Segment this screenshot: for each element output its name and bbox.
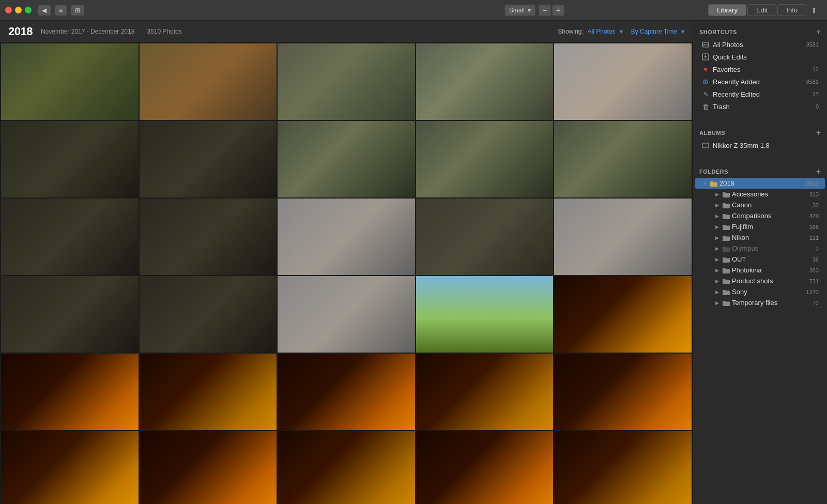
subfolder-fujifilm[interactable]: ▶ Fujifilm 166 (695, 221, 825, 232)
content-header-right: Showing: All Photos ▾ By Capture Time ▾ (558, 28, 684, 35)
folders-title: Folders (699, 169, 728, 175)
photo-cell-8[interactable] (278, 121, 415, 197)
photo-cell-9[interactable] (416, 121, 554, 197)
minimize-button[interactable] (15, 7, 22, 13)
photo-cell-20[interactable] (554, 276, 692, 353)
photo-cell-7[interactable] (140, 121, 277, 197)
increase-size-button[interactable]: + (552, 5, 564, 16)
photo-cell-19[interactable] (416, 276, 554, 353)
add-album-button[interactable]: + (816, 129, 821, 137)
tab-library[interactable]: Library (708, 4, 746, 16)
photo-cell-29[interactable] (416, 431, 554, 504)
folder-icon-nikon (722, 234, 730, 241)
back-icon: ◀ (42, 7, 47, 14)
add-shortcut-button[interactable]: + (816, 28, 821, 36)
subfolder-olympus[interactable]: ▶ Olympus 0 (695, 243, 825, 254)
trash-icon: 🗑 (701, 102, 710, 111)
photo-cell-12[interactable] (140, 198, 277, 275)
sony-count: 1270 (806, 289, 819, 295)
temporary-files-label: Temporary files (732, 299, 810, 307)
comparisons-count: 470 (809, 213, 819, 219)
chevron-right-olympus: ▶ (714, 246, 720, 252)
photo-cell-25[interactable] (554, 354, 692, 430)
sidebar-item-favorites[interactable]: ♥ Favorites 12 (695, 63, 825, 75)
page-title: 2018 (8, 25, 33, 38)
chevron-down-icon-sort: ▾ (681, 28, 684, 35)
all-photos-filter[interactable]: All Photos (588, 28, 616, 35)
folder-icon-comparisons (722, 212, 730, 220)
photo-cell-30[interactable] (554, 431, 692, 504)
photo-cell-24[interactable] (416, 354, 554, 430)
photo-cell-1[interactable] (1, 43, 139, 120)
list-view-button[interactable]: ≡ (55, 5, 67, 16)
folder-icon-2018 (710, 179, 717, 187)
subfolder-photokina[interactable]: ▶ Photokina 383 (695, 265, 825, 276)
folder-icon-olympus (722, 245, 730, 252)
chevron-right-sony: ▶ (714, 289, 720, 295)
photo-grid-container (0, 42, 693, 504)
tab-info[interactable]: Info (777, 4, 806, 16)
accessories-label: Accessories (732, 190, 807, 198)
subfolder-nikon[interactable]: ▶ Nikon 111 (695, 232, 825, 243)
sidebar-item-all-photos[interactable]: All Photos 3581 (695, 38, 825, 51)
folders-header: Folders + (693, 164, 827, 178)
shortcuts-title: Shortcuts (699, 29, 737, 35)
add-folder-button[interactable]: + (816, 167, 821, 176)
back-button[interactable]: ◀ (38, 5, 51, 16)
sidebar-item-trash[interactable]: 🗑 Trash 0 (695, 100, 825, 113)
sony-label: Sony (732, 288, 804, 296)
list-icon: ≡ (59, 7, 63, 14)
chevron-right-comparisons: ▶ (714, 213, 720, 219)
photo-cell-16[interactable] (1, 276, 139, 353)
share-icon[interactable]: ⬆ (811, 6, 817, 14)
svg-rect-4 (702, 143, 709, 143)
folder-2018[interactable]: ▼ 2018 3510 (695, 178, 825, 189)
photo-cell-17[interactable] (140, 276, 277, 353)
folder-icon-out (722, 255, 730, 263)
decrease-size-button[interactable]: − (539, 5, 551, 16)
chevron-down-icon: ▾ (528, 7, 531, 14)
photo-cell-6[interactable] (1, 121, 139, 197)
photo-cell-10[interactable] (554, 121, 692, 197)
grid-view-button[interactable]: ⊞ (71, 5, 84, 16)
subfolder-out[interactable]: ▶ OUT 36 (695, 254, 825, 265)
photo-cell-11[interactable] (1, 198, 139, 275)
photo-cell-13[interactable] (278, 198, 415, 275)
size-selector[interactable]: Small ▾ (504, 5, 535, 16)
photo-cell-3[interactable] (278, 43, 415, 120)
sidebar-item-recently-added[interactable]: ⊕ Recently Added 3581 (695, 75, 825, 88)
olympus-count: 0 (816, 246, 819, 252)
subfolder-sony[interactable]: ▶ Sony 1270 (695, 286, 825, 297)
photo-cell-22[interactable] (140, 354, 277, 430)
photo-cell-23[interactable] (278, 354, 415, 430)
photo-cell-14[interactable] (416, 198, 554, 275)
content-header: 2018 November 2017 - December 2018 3510 … (0, 21, 693, 42)
sidebar-item-nikkor[interactable]: Nikkor Z 35mm 1.8 (695, 139, 825, 151)
shortcuts-section: Shortcuts + All Photos 3581 (693, 21, 827, 115)
close-button[interactable] (5, 7, 12, 13)
chevron-right-fujifilm: ▶ (714, 224, 720, 230)
photo-cell-18[interactable] (278, 276, 415, 353)
sidebar-item-recently-edited[interactable]: ✎ Recently Edited 17 (695, 88, 825, 100)
sidebar-item-quick-edits[interactable]: Quick Edits (695, 51, 825, 63)
photo-cell-28[interactable] (278, 431, 415, 504)
photo-cell-5[interactable] (554, 43, 692, 120)
photo-cell-2[interactable] (140, 43, 277, 120)
photo-cell-4[interactable] (416, 43, 554, 120)
tab-edit[interactable]: Edit (747, 4, 776, 16)
photo-cell-26[interactable] (1, 431, 139, 504)
capture-time-sort[interactable]: By Capture Time (631, 28, 677, 35)
subfolder-product-shots[interactable]: ▶ Product shots 731 (695, 276, 825, 286)
subfolder-temporary-files[interactable]: ▶ Temporary files 70 (695, 297, 825, 308)
fullscreen-button[interactable] (25, 7, 32, 13)
recently-edited-icon: ✎ (701, 90, 710, 98)
recently-added-count: 3581 (806, 79, 819, 85)
photo-count: 3510 Photos (147, 28, 181, 35)
subfolder-comparisons[interactable]: ▶ Comparisons 470 (695, 210, 825, 221)
subfolder-accessories[interactable]: ▶ Accessories 313 (695, 189, 825, 200)
nikon-label: Nikon (732, 234, 807, 241)
photo-cell-21[interactable] (1, 354, 139, 430)
photo-cell-27[interactable] (140, 431, 277, 504)
subfolder-canon[interactable]: ▶ Canon 30 (695, 200, 825, 210)
photo-cell-15[interactable] (554, 198, 692, 275)
